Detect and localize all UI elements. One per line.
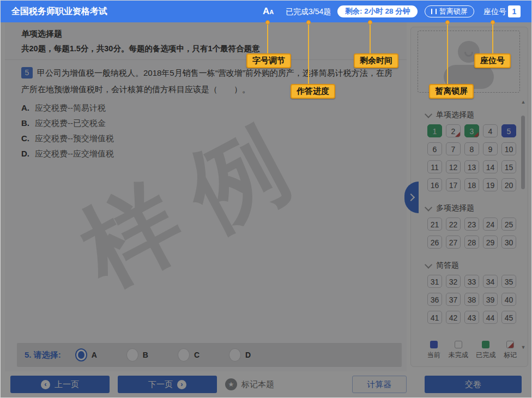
font-size-button[interactable]: AA (263, 5, 274, 18)
font-size-icon: A (263, 6, 269, 16)
seat-number: 1 (508, 5, 521, 17)
callout-font-size-label: 字号调节 (246, 53, 291, 68)
top-bar: 全国税务师职业资格考试 AA 已完成3/54题 剩余: 2小时 28 分钟 暂离… (1, 1, 532, 22)
callout-seat-label: 座位号 (474, 53, 511, 68)
seat-label: 座位号 (483, 1, 506, 22)
time-remaining-badge: 剩余: 2小时 28 分钟 (337, 5, 418, 17)
exam-app-window: 全国税务师职业资格考试 AA 已完成3/54题 剩余: 2小时 28 分钟 暂离… (0, 0, 532, 398)
callout-time-label: 剩余时间 (354, 53, 398, 68)
pause-lock-label: 暂离锁屏 (439, 6, 468, 17)
progress-text: 已完成3/54题 (286, 1, 331, 22)
callout-progress-label: 作答进度 (291, 84, 335, 99)
exam-title: 全国税务师职业资格考试 (11, 1, 107, 22)
pause-icon (431, 9, 437, 14)
pause-lock-button[interactable]: 暂离锁屏 (425, 5, 474, 17)
tutorial-dim-overlay (1, 22, 532, 398)
callout-pause-label: 暂离锁屏 (429, 84, 474, 99)
